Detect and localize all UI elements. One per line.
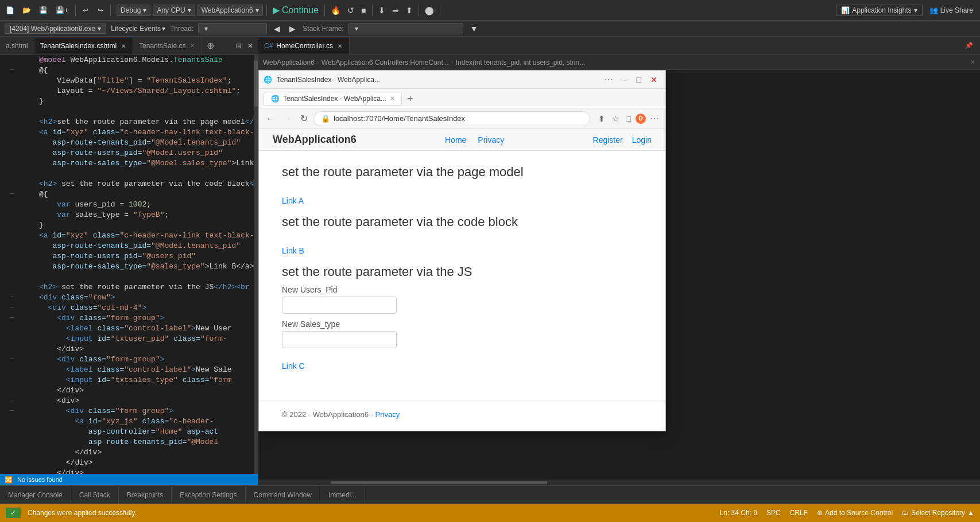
right-editor-scroll-thumb: [331, 481, 547, 484]
chevron-down-icon7: ▾: [204, 25, 208, 33]
browser-close-btn[interactable]: ✕: [647, 74, 661, 85]
tab-home-controller-close[interactable]: ✕: [336, 42, 343, 50]
stop-btn[interactable]: ■: [359, 5, 368, 16]
status-message: Changes were applied successfully.: [28, 509, 137, 517]
nav-home-link[interactable]: Home: [445, 135, 466, 145]
split-editor-btn[interactable]: ⊟: [234, 41, 244, 51]
right-editor-scrollbar[interactable]: [258, 480, 980, 485]
browser-url-bar[interactable]: 🔒 localhost:7070/Home/TenantSalesIndex: [313, 111, 590, 126]
nav-login-link[interactable]: Login: [632, 135, 652, 145]
browser-bookmark-btn[interactable]: ☆: [610, 113, 622, 124]
webapp-content: set the route parameter via the page mod…: [259, 151, 665, 389]
tab-shtml[interactable]: a.shtml: [0, 37, 34, 54]
users-pid-input[interactable]: [282, 297, 397, 314]
link-a[interactable]: Link A: [282, 196, 642, 205]
thread-navigate-btn[interactable]: ◀: [272, 23, 282, 34]
bottom-tab-immediate[interactable]: Immedi...: [320, 486, 365, 504]
tab-tenants-sale[interactable]: TenantsSale.cs ✕: [133, 37, 202, 54]
cpu-dropdown[interactable]: Any CPU ▾: [153, 5, 195, 16]
new-file-btn[interactable]: 📄: [2, 5, 18, 15]
live-share-btn[interactable]: 👥 Live Share: [925, 5, 978, 15]
browser-share-btn[interactable]: ⬆: [596, 113, 607, 124]
sales-type-input[interactable]: [282, 331, 397, 348]
thread-dropdown[interactable]: ▾: [198, 23, 267, 34]
browser-maximize-btn[interactable]: □: [633, 74, 645, 85]
project-dropdown[interactable]: WebApplication6 ▾: [197, 5, 263, 16]
bottom-tab-manager-console[interactable]: Manager Console: [0, 486, 71, 504]
new-tab-btn[interactable]: ⊕: [202, 40, 219, 51]
thread-navigate-next-btn[interactable]: ▶: [287, 23, 298, 34]
save-btn[interactable]: 💾: [36, 5, 51, 15]
save-all-btn[interactable]: 💾+: [52, 5, 72, 15]
browser-forward-btn[interactable]: →: [281, 112, 295, 125]
restart-btn[interactable]: ↺: [345, 5, 357, 16]
redo-btn[interactable]: ↪: [94, 5, 107, 15]
code-line: [0, 169, 254, 179]
close-tab-btn[interactable]: ✕: [245, 41, 255, 51]
link-b[interactable]: Link B: [282, 246, 642, 255]
hot-reload-btn[interactable]: 🔥: [328, 5, 343, 16]
chevron-down-icon6: ▾: [162, 25, 165, 33]
tab-tenant-sales-index-close[interactable]: ✕: [120, 42, 127, 50]
browser-tab-close[interactable]: ✕: [390, 95, 394, 102]
stack-frame-label: Stack Frame:: [303, 25, 343, 33]
right-tab-bar: C# HomeController.cs ✕ 📌: [258, 37, 980, 55]
tab-home-controller[interactable]: C# HomeController.cs ✕: [258, 37, 350, 54]
browser-sidebar-btn[interactable]: □: [624, 113, 633, 124]
sep3: [266, 5, 267, 16]
add-to-source-btn[interactable]: ⊕ Add to Source Control: [817, 509, 893, 517]
open-folder-btn[interactable]: 📂: [19, 5, 34, 15]
browser-more-btn[interactable]: ⋯: [601, 74, 616, 85]
browser-minimize-btn[interactable]: ─: [618, 74, 631, 85]
link-c[interactable]: Link C: [282, 361, 642, 371]
select-repo-btn[interactable]: 🗂 Select Repository ▲: [902, 509, 974, 517]
code-line: <h2> set the route parameter via the cod…: [0, 179, 254, 189]
bottom-tab-exception-settings[interactable]: Exception Settings: [172, 486, 245, 504]
pin-tab-btn[interactable]: 📌: [963, 41, 975, 50]
chart-icon: 📊: [841, 6, 850, 14]
step-out-btn[interactable]: ⬆: [404, 5, 415, 16]
stack-frame-dropdown[interactable]: ▾: [348, 23, 463, 34]
code-line: − <div class="col-md-4">: [0, 303, 254, 313]
chevron-down-icon2: ▾: [188, 6, 191, 14]
footer-text: © 2022 - WebApplication6 -: [282, 410, 373, 419]
code-line: Layout = "~/Views/Shared/_Layout.cshtml"…: [0, 86, 254, 96]
continue-btn[interactable]: ▶ Continue: [270, 5, 321, 15]
step-over-btn[interactable]: ➡: [390, 5, 401, 16]
breakpoints-btn[interactable]: ⬤: [423, 5, 436, 16]
line-ending: CRLF: [790, 509, 808, 517]
browser-new-tab-btn[interactable]: +: [404, 94, 416, 104]
left-editor-scrollbar[interactable]: [254, 55, 258, 474]
bottom-panel: Manager Console Call Stack Breakpoints E…: [0, 485, 980, 504]
add-to-source-label: Add to Source Control: [825, 509, 893, 517]
browser-profile-btn[interactable]: D: [636, 114, 646, 124]
browser-menu-btn[interactable]: ⋯: [648, 113, 661, 124]
undo-btn[interactable]: ↩: [79, 5, 92, 15]
tab-tenant-sales-index[interactable]: TenantSalesIndex.cshtml ✕: [34, 37, 133, 54]
bottom-tab-call-stack[interactable]: Call Stack: [71, 486, 119, 504]
step-into-btn[interactable]: ⬇: [376, 5, 388, 16]
share-icon: 👥: [929, 6, 938, 14]
tab-tenants-sale-close[interactable]: ✕: [189, 42, 196, 49]
code-line: }: [0, 96, 254, 107]
browser-refresh-btn[interactable]: ↻: [298, 112, 310, 125]
bottom-tab-command-window[interactable]: Command Window: [246, 486, 320, 504]
repo-icon: 🗂: [902, 509, 909, 517]
debug-mode-dropdown[interactable]: Debug ▾: [117, 5, 150, 16]
code-line: <a id="xyz_js" class="c-header-: [0, 416, 254, 427]
browser-active-tab[interactable]: 🌐 TenantSalesIndex - WebApplica... ✕: [264, 92, 402, 106]
bottom-tab-breakpoints[interactable]: Breakpoints: [119, 486, 172, 504]
browser-window: 🌐 TenantSalesIndex - WebApplica... ⋯ ─ □…: [258, 70, 666, 431]
browser-back-btn[interactable]: ←: [264, 112, 277, 125]
stack-navigate-btn[interactable]: ▼: [468, 23, 481, 34]
code-line: <a id="xyz" class="c-header-nav-link tex…: [0, 127, 254, 138]
app-insights-btn[interactable]: 📊 Application Insights ▾: [836, 5, 922, 16]
nav-privacy-link[interactable]: Privacy: [478, 135, 504, 145]
footer-privacy-link[interactable]: Privacy: [375, 410, 400, 419]
line-num: Ln: 34: [720, 509, 739, 517]
close-breadcrumb-btn[interactable]: ✕: [970, 59, 975, 66]
nav-register-link[interactable]: Register: [593, 135, 623, 145]
lifecycle-events-btn[interactable]: Lifecycle Events ▾: [111, 25, 165, 33]
right-panel: C# HomeController.cs ✕ 📌 WebApplication6…: [258, 37, 980, 485]
process-selector[interactable]: [4204] WebApplication6.exe ▾: [5, 24, 106, 34]
